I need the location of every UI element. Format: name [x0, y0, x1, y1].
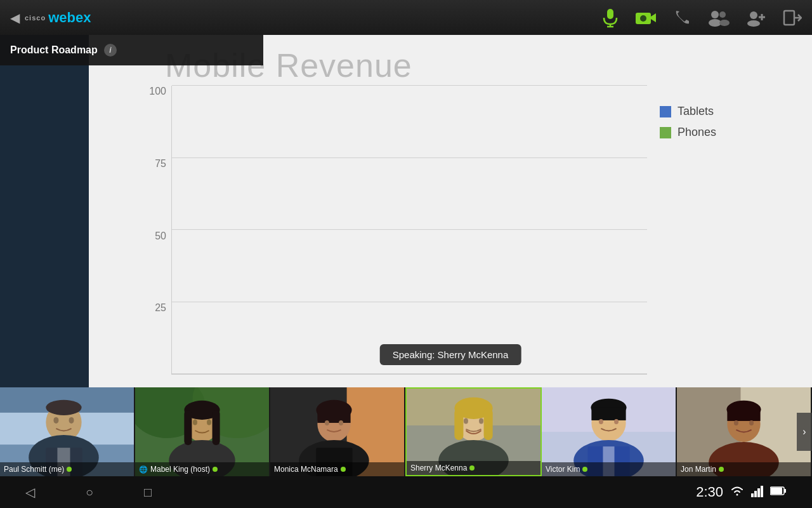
participant-name-sherry: Sherry McKenna — [410, 464, 467, 472]
android-nav-buttons: ◁ ○ □ — [25, 485, 152, 500]
svg-rect-76 — [754, 491, 757, 497]
mic-indicator-jon — [719, 467, 724, 472]
svg-point-46 — [339, 420, 343, 425]
participants-icon[interactable] — [707, 9, 730, 27]
svg-rect-80 — [771, 488, 782, 494]
meeting-title: Product Roadmap — [10, 44, 98, 56]
svg-point-22 — [69, 417, 74, 424]
y-label-50: 50 — [140, 231, 171, 242]
svg-rect-33 — [184, 410, 192, 445]
legend-color-phones — [660, 127, 671, 138]
mic-indicator-monica — [341, 467, 346, 472]
side-strip — [0, 35, 89, 419]
participant-monica-mcnamara: Monica McNamara — [270, 387, 405, 476]
participant-victor-kim: Victor Kim — [542, 387, 677, 476]
camera-icon[interactable] — [634, 9, 657, 27]
logo-area: ◀ cisco webex — [10, 10, 91, 26]
mic-indicator-victor — [582, 467, 587, 472]
svg-point-8 — [719, 11, 726, 18]
participant-name-paul: Paul Schmitt (me) — [4, 465, 64, 474]
svg-rect-77 — [757, 488, 760, 497]
svg-point-10 — [750, 11, 757, 19]
svg-point-64 — [599, 419, 603, 424]
participant-sherry-mckenna: Sherry McKenna — [405, 387, 542, 476]
android-back-button[interactable]: ◁ — [25, 485, 35, 500]
webex-logo: cisco webex — [25, 10, 91, 26]
svg-rect-0 — [607, 9, 613, 19]
legend-color-tablets — [660, 106, 671, 117]
participant-name-victor: Victor Kim — [546, 465, 580, 474]
svg-point-36 — [207, 419, 211, 425]
android-recents-button[interactable]: □ — [144, 485, 152, 500]
svg-rect-14 — [784, 11, 794, 25]
chart-container: Mobile Re­venue 25 50 75 100 — [89, 35, 812, 419]
svg-point-23 — [46, 400, 81, 415]
svg-point-54 — [464, 418, 468, 424]
participant-name-mabel: Mabel King (host) — [150, 465, 210, 474]
meeting-title-bar: Product Roadmap i — [0, 35, 263, 65]
presentation-area: Mobile Re­venue 25 50 75 100 — [89, 35, 812, 419]
chart-legend: Tablets Phones — [660, 105, 774, 147]
svg-rect-61 — [591, 408, 625, 420]
legend-tablets: Tablets — [660, 105, 774, 118]
participant-mabel-king: 🌐 Mabel King (host) — [135, 387, 270, 476]
scroll-next-arrow[interactable]: › — [797, 413, 812, 451]
legend-label-phones: Phones — [678, 126, 716, 139]
topbar-icons — [601, 8, 802, 28]
svg-rect-44 — [317, 410, 350, 423]
speaking-tooltip: Speaking: Sherry McKenna — [380, 344, 521, 365]
mic-indicator-mabel — [213, 467, 218, 472]
participants-bar: Paul Schmitt (me) — [0, 387, 812, 476]
participant-label-victor: Victor Kim — [542, 462, 676, 476]
svg-point-35 — [193, 419, 197, 425]
svg-point-21 — [53, 417, 58, 424]
svg-point-9 — [719, 20, 730, 26]
topbar: ◀ cisco webex — [0, 0, 812, 35]
exit-icon[interactable] — [783, 8, 802, 27]
svg-rect-34 — [213, 410, 220, 445]
wifi-icon — [730, 485, 745, 500]
y-label-100: 100 — [140, 86, 171, 97]
phone-icon[interactable] — [672, 8, 691, 27]
svg-rect-75 — [751, 493, 754, 497]
svg-point-45 — [325, 420, 329, 425]
participant-label-jon: Jon Martin — [677, 462, 811, 476]
svg-rect-52 — [454, 408, 463, 440]
back-button[interactable]: ◀ — [10, 10, 20, 25]
android-status-area: 2:30 — [696, 484, 787, 500]
participant-label-paul: Paul Schmitt (me) — [0, 462, 134, 476]
cisco-text: cisco — [25, 14, 46, 22]
svg-rect-81 — [784, 489, 786, 493]
legend-phones: Phones — [660, 126, 774, 139]
system-time: 2:30 — [696, 484, 723, 500]
battery-icon — [770, 486, 787, 498]
mic-indicator-paul — [67, 467, 72, 472]
globe-icon-mabel: 🌐 — [139, 465, 148, 474]
y-label-25: 25 — [140, 302, 171, 314]
svg-point-73 — [734, 420, 738, 425]
participant-label-monica: Monica McNamara — [270, 462, 404, 476]
add-participant-icon[interactable] — [745, 9, 768, 27]
y-axis-labels: 25 50 75 100 — [140, 86, 171, 375]
svg-rect-72 — [727, 410, 760, 421]
svg-point-6 — [711, 11, 719, 18]
bars-area — [171, 86, 647, 375]
svg-point-55 — [479, 418, 483, 424]
svg-point-11 — [747, 20, 760, 27]
participant-label-sherry: Sherry McKenna — [407, 461, 540, 475]
participant-jon-martin: Jon Martin — [677, 387, 812, 476]
svg-point-5 — [640, 15, 646, 22]
info-icon[interactable]: i — [104, 44, 117, 57]
android-home-button[interactable]: ○ — [86, 485, 93, 500]
participant-name-jon: Jon Martin — [681, 465, 716, 474]
svg-point-65 — [614, 419, 619, 424]
svg-rect-78 — [761, 486, 763, 497]
microphone-icon[interactable] — [601, 8, 619, 28]
y-label-75: 75 — [140, 158, 171, 170]
legend-label-tablets: Tablets — [678, 105, 714, 118]
svg-rect-53 — [484, 408, 493, 440]
svg-marker-4 — [651, 13, 656, 22]
participant-name-monica: Monica McNamara — [274, 465, 338, 474]
android-nav-bar: ◁ ○ □ 2:30 — [0, 476, 812, 508]
svg-point-74 — [749, 420, 754, 425]
